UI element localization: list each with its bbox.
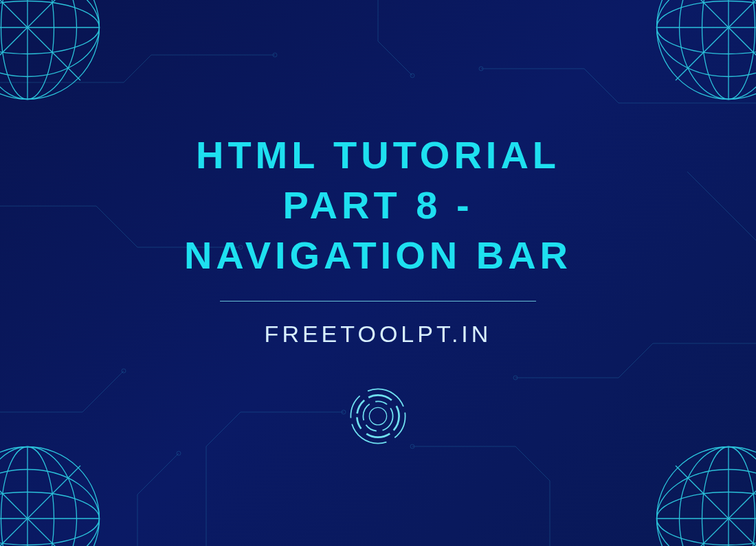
page-title: HTML TUTORIAL PART 8 - NAVIGATION BAR: [0, 130, 756, 280]
svg-line-43: [676, 466, 756, 546]
svg-point-47: [363, 402, 392, 431]
svg-point-48: [369, 408, 386, 425]
wireframe-sphere-bottom-right: [653, 443, 756, 546]
svg-point-6: [410, 73, 414, 78]
title-line-3: NAVIGATION BAR: [0, 231, 756, 281]
svg-line-26: [676, 0, 756, 80]
wireframe-sphere-top-right: [653, 0, 756, 103]
subtitle: FREETOOLPT.IN: [0, 321, 756, 348]
tech-ring-icon: [347, 385, 409, 447]
wireframe-sphere-bottom-left: [0, 443, 103, 546]
divider-line: [220, 301, 536, 302]
svg-point-7: [177, 451, 181, 455]
main-content: HTML TUTORIAL PART 8 - NAVIGATION BAR FR…: [0, 130, 756, 447]
svg-line-35: [0, 466, 80, 546]
svg-point-45: [351, 389, 405, 444]
svg-line-16: [0, 0, 80, 80]
title-line-2: PART 8 -: [0, 181, 756, 231]
wireframe-sphere-top-left: [0, 0, 103, 103]
title-line-1: HTML TUTORIAL: [0, 130, 756, 181]
svg-point-0: [273, 53, 277, 57]
svg-point-2: [479, 67, 483, 71]
